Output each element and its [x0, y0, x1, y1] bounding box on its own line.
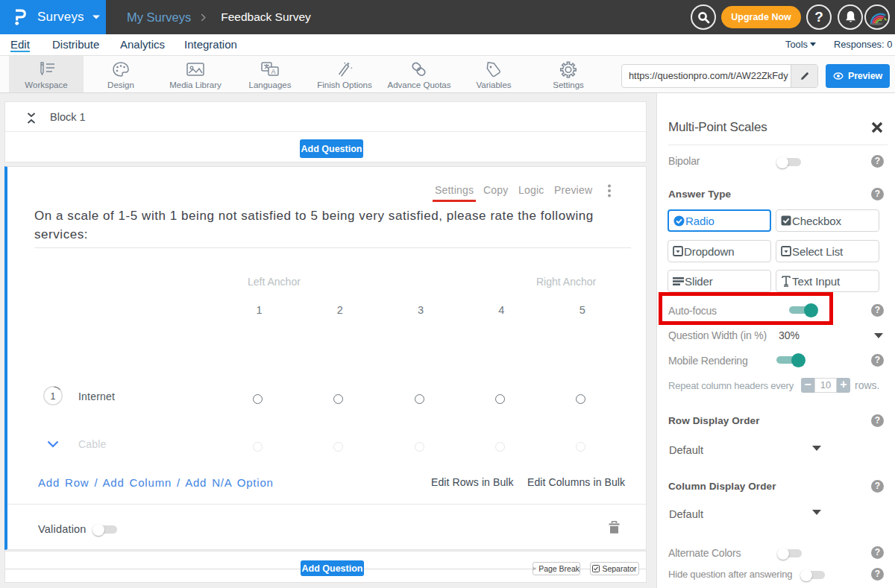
- svg-text:A: A: [271, 68, 275, 75]
- svg-text:1: 1: [51, 391, 56, 402]
